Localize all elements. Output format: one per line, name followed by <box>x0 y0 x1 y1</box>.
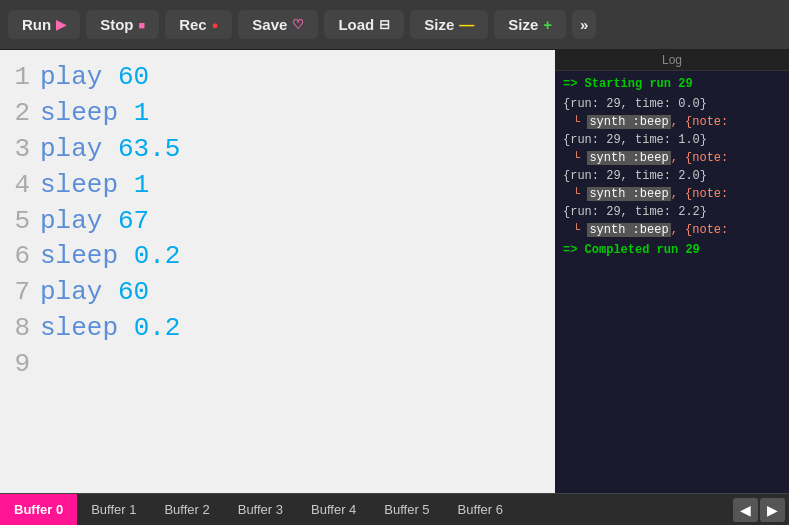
buffer-tab-2[interactable]: Buffer 2 <box>150 494 223 525</box>
run-label: Run <box>22 16 51 33</box>
line-number: 2 <box>0 96 30 132</box>
log-entry: {run: 29, time: 2.2} <box>563 205 781 219</box>
code-argument: 60 <box>118 277 149 307</box>
code-argument: 1 <box>134 98 150 128</box>
buffer-tab-4[interactable]: Buffer 4 <box>297 494 370 525</box>
stop-button[interactable]: Stop ■ <box>86 10 159 39</box>
log-run-start: => Starting run 29 <box>563 77 781 91</box>
code-keyword: play <box>40 134 118 164</box>
rec-label: Rec <box>179 16 207 33</box>
log-content[interactable]: => Starting run 29{run: 29, time: 0.0}└ … <box>555 71 789 493</box>
code-argument: 67 <box>118 206 149 236</box>
log-synth-highlight: synth :beep <box>587 115 670 129</box>
log-synth-line: └ synth :beep, {note: <box>563 115 781 129</box>
code-line: sleep 1 <box>40 168 555 204</box>
save-button[interactable]: Save ♡ <box>238 10 318 39</box>
log-run-info: {run: 29, time: 1.0} <box>563 133 781 147</box>
size-minus-button[interactable]: Size — <box>410 10 488 39</box>
plus-icon: + <box>543 16 552 33</box>
code-keyword: sleep <box>40 170 134 200</box>
rec-button[interactable]: Rec ● <box>165 10 232 39</box>
buffer-tab-3[interactable]: Buffer 3 <box>224 494 297 525</box>
load-icon: ⊟ <box>379 17 390 32</box>
minus-icon: — <box>459 16 474 33</box>
line-number: 1 <box>0 60 30 96</box>
log-synth-line: └ synth :beep, {note: <box>563 187 781 201</box>
code-argument: 0.2 <box>134 313 181 343</box>
line-number: 4 <box>0 168 30 204</box>
size-plus-button[interactable]: Size + <box>494 10 566 39</box>
line-number: 6 <box>0 239 30 275</box>
buffer-tab-5[interactable]: Buffer 5 <box>370 494 443 525</box>
code-argument: 1 <box>134 170 150 200</box>
line-number: 7 <box>0 275 30 311</box>
log-synth-line: └ synth :beep, {note: <box>563 151 781 165</box>
code-argument: 60 <box>118 62 149 92</box>
log-synth-entry: └ synth :beep, {note: <box>563 223 781 237</box>
code-keyword: sleep <box>40 98 134 128</box>
buffer-tab-6[interactable]: Buffer 6 <box>444 494 517 525</box>
size-minus-label: Size <box>424 16 454 33</box>
code-line: play 60 <box>40 275 555 311</box>
toolbar: Run ▶ Stop ■ Rec ● Save ♡ Load ⊟ Size — … <box>0 0 789 50</box>
code-line: play 63.5 <box>40 132 555 168</box>
load-button[interactable]: Load ⊟ <box>324 10 404 39</box>
log-synth-highlight: synth :beep <box>587 151 670 165</box>
code-content[interactable]: play 60sleep 1play 63.5sleep 1play 67sle… <box>40 58 555 485</box>
log-entry: {run: 29, time: 2.0} <box>563 169 781 183</box>
code-line: sleep 0.2 <box>40 239 555 275</box>
stop-label: Stop <box>100 16 133 33</box>
log-run-info: {run: 29, time: 2.2} <box>563 205 781 219</box>
log-panel: Log => Starting run 29{run: 29, time: 0.… <box>555 50 789 493</box>
save-label: Save <box>252 16 287 33</box>
run-button[interactable]: Run ▶ <box>8 10 80 39</box>
line-number: 3 <box>0 132 30 168</box>
run-icon: ▶ <box>56 17 66 32</box>
heart-icon: ♡ <box>292 17 304 32</box>
line-number: 9 <box>0 347 30 383</box>
code-line: sleep 1 <box>40 96 555 132</box>
line-numbers: 123456789 <box>0 58 40 485</box>
log-synth-entry: └ synth :beep, {note: <box>563 187 781 201</box>
code-keyword: sleep <box>40 313 134 343</box>
code-keyword: play <box>40 277 118 307</box>
log-header: Log <box>555 50 789 71</box>
buffer-tab-0[interactable]: Buffer 0 <box>0 494 77 525</box>
main-area: 123456789 play 60sleep 1play 63.5sleep 1… <box>0 50 789 493</box>
load-label: Load <box>338 16 374 33</box>
tab-next-button[interactable]: ▶ <box>760 498 785 522</box>
log-entry: {run: 29, time: 0.0} <box>563 97 781 111</box>
line-number: 8 <box>0 311 30 347</box>
code-line: play 60 <box>40 60 555 96</box>
log-synth-highlight: synth :beep <box>587 223 670 237</box>
code-argument: 63.5 <box>118 134 180 164</box>
code-keyword: sleep <box>40 241 134 271</box>
log-run-info: {run: 29, time: 0.0} <box>563 97 781 111</box>
more-button[interactable]: » <box>572 10 596 39</box>
buffer-tabs: Buffer 0Buffer 1Buffer 2Buffer 3Buffer 4… <box>0 493 789 525</box>
code-line: play 67 <box>40 204 555 240</box>
tab-navigation: ◀▶ <box>731 498 789 522</box>
log-synth-line: └ synth :beep, {note: <box>563 223 781 237</box>
log-synth-entry: └ synth :beep, {note: <box>563 151 781 165</box>
log-synth-entry: └ synth :beep, {note: <box>563 115 781 129</box>
tab-prev-button[interactable]: ◀ <box>733 498 758 522</box>
log-entry: {run: 29, time: 1.0} <box>563 133 781 147</box>
log-synth-highlight: synth :beep <box>587 187 670 201</box>
log-run-complete: => Completed run 29 <box>563 243 781 257</box>
code-keyword: play <box>40 206 118 236</box>
more-label: » <box>580 16 588 33</box>
line-number: 5 <box>0 204 30 240</box>
code-argument: 0.2 <box>134 241 181 271</box>
code-keyword: play <box>40 62 118 92</box>
rec-icon: ● <box>212 19 219 31</box>
size-plus-label: Size <box>508 16 538 33</box>
log-run-info: {run: 29, time: 2.0} <box>563 169 781 183</box>
buffer-tab-1[interactable]: Buffer 1 <box>77 494 150 525</box>
stop-icon: ■ <box>139 19 146 31</box>
code-line: sleep 0.2 <box>40 311 555 347</box>
code-editor[interactable]: 123456789 play 60sleep 1play 63.5sleep 1… <box>0 50 555 493</box>
